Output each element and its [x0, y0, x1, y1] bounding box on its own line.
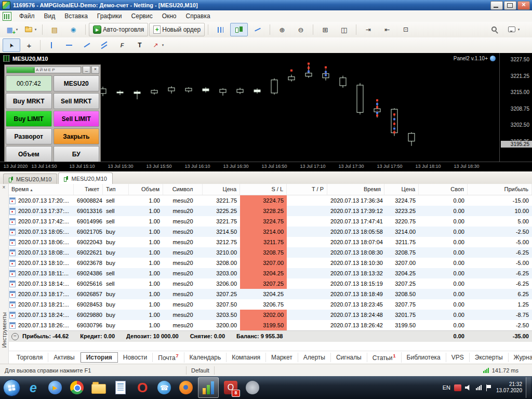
history-row[interactable]: 2020.07.13 18:21:...69028453buy1.00mesu2…	[8, 299, 532, 310]
toolbox-close-button[interactable]: ×	[1, 185, 7, 191]
data-window-button[interactable]	[46, 23, 63, 36]
column-header-open_time[interactable]: Время ▲	[8, 184, 74, 195]
bars-button[interactable]	[211, 23, 229, 36]
chat-button[interactable]: ▾	[504, 23, 522, 36]
tab-journal[interactable]: Журнал	[509, 353, 532, 362]
history-row[interactable]: 2020.07.13 18:14:...69025616sell1.00mesu…	[8, 278, 532, 289]
metatrader-icon[interactable]	[198, 377, 219, 398]
tab-news[interactable]: Новости	[118, 353, 153, 362]
history-row[interactable]: 2020.07.13 18:17:...69026857buy1.00mesu2…	[8, 289, 532, 299]
profiles-button[interactable]: ▾	[21, 23, 39, 36]
opera-icon[interactable]: O	[132, 378, 152, 397]
wordpad-icon[interactable]	[111, 378, 130, 397]
channel-button[interactable]	[96, 38, 113, 52]
new-chart-button[interactable]: ▾	[3, 23, 20, 36]
candles-button[interactable]	[230, 23, 248, 36]
column-header-price[interactable]: Цена	[203, 184, 240, 195]
cascade-windows-button[interactable]	[335, 23, 353, 36]
new-order-button[interactable]: Новый ордер	[149, 23, 205, 36]
crosshair-button[interactable]	[20, 38, 38, 52]
panel-minimize-button[interactable]: _	[83, 66, 90, 74]
cursor-button[interactable]	[3, 38, 20, 52]
dock-left-button[interactable]	[360, 23, 377, 36]
chart-tab[interactable]: MESU20,M10	[3, 174, 57, 184]
close-button[interactable]	[517, 1, 530, 10]
column-header-volume[interactable]: Объем	[129, 184, 163, 195]
menu-view[interactable]: Вид	[39, 11, 60, 21]
tab-signals[interactable]: Сигналы	[331, 353, 367, 362]
tab-trade[interactable]: Торговля	[11, 353, 48, 362]
gray-app-icon[interactable]	[243, 378, 262, 397]
menu-help[interactable]: Справка	[181, 11, 215, 21]
sell-market-button[interactable]: Sell MRKT	[54, 93, 100, 109]
maximize-button[interactable]	[504, 1, 516, 10]
tab-experts[interactable]: Эксперты	[470, 353, 509, 362]
firefox-icon[interactable]	[176, 378, 196, 397]
history-row[interactable]: 2020.07.13 18:11:...69024386sell1.00mesu…	[8, 268, 532, 278]
column-header-profit[interactable]: Прибыль	[468, 184, 532, 195]
zoom-out-button[interactable]	[292, 23, 310, 36]
reverse-button[interactable]: Разворот	[6, 128, 52, 144]
menu-window[interactable]: Окно	[157, 11, 181, 21]
history-row[interactable]: 2020.07.13 18:10:...69023678buy1.00mesu2…	[8, 258, 532, 268]
tab-vps[interactable]: VPS	[446, 353, 470, 362]
history-row[interactable]: 2020.07.13 17:20:...69008824sell1.00mesu…	[8, 195, 532, 206]
tray-app-icon[interactable]	[454, 384, 461, 391]
horizontal-line-button[interactable]	[60, 38, 78, 52]
close-all-button[interactable]: Закрыть	[54, 128, 100, 144]
line-chart-button[interactable]	[249, 23, 267, 36]
sell-limit-button[interactable]: Sell LIMIT	[54, 111, 100, 127]
language-indicator[interactable]: EN	[443, 384, 450, 391]
opera-mail-icon[interactable]: O8	[221, 378, 241, 397]
history-row[interactable]: 2020.07.13 17:37:...69013316sell1.00mesu…	[8, 206, 532, 216]
collapse-icon[interactable]: −	[11, 333, 19, 340]
show-desktop-button[interactable]	[526, 377, 531, 398]
autotrading-button[interactable]: Авто-торговля	[89, 23, 148, 36]
history-row[interactable]: 2020.07.13 18:06:...69022043buy1.00mesu2…	[8, 237, 532, 247]
breakeven-button[interactable]: БУ	[54, 146, 100, 162]
shapes-button[interactable]: ▾	[149, 38, 166, 52]
history-row[interactable]: 2020.07.13 18:05:...69021705buy1.00mesu2…	[8, 227, 532, 237]
toolbox-side-label[interactable]: Инструменты	[1, 312, 7, 348]
navigator-button[interactable]	[64, 23, 82, 36]
clock[interactable]: 21:32 13.07.2020	[496, 381, 522, 394]
menu-insert[interactable]: Вставка	[60, 11, 92, 21]
column-header-close_time[interactable]: Время	[327, 184, 384, 195]
tab-articles[interactable]: Статьи1	[367, 352, 402, 363]
text-label-button[interactable]	[131, 38, 149, 52]
ie-icon[interactable]: e	[23, 378, 43, 397]
tab-history[interactable]: История	[81, 352, 118, 363]
zoom-in-button[interactable]	[273, 23, 291, 36]
explorer-icon[interactable]	[89, 378, 109, 397]
chart-system-menu-icon[interactable]	[3, 12, 11, 21]
menu-tools[interactable]: Сервис	[127, 11, 157, 21]
trendline-button[interactable]	[78, 38, 96, 52]
viber-icon[interactable]: ☎	[154, 378, 174, 397]
column-header-symbol[interactable]: Символ	[163, 184, 203, 195]
tab-assets[interactable]: Активы	[48, 353, 81, 362]
column-header-type[interactable]: Тип	[103, 184, 129, 195]
fullscreen-button[interactable]	[397, 23, 415, 36]
minimize-button[interactable]	[490, 1, 503, 10]
dock-right-button[interactable]	[378, 23, 396, 36]
tab-alerts[interactable]: Алерты	[298, 353, 331, 362]
tab-mailbox[interactable]: Почта7	[153, 352, 184, 363]
column-header-tp[interactable]: T / P	[287, 184, 327, 195]
search-button[interactable]	[486, 23, 503, 36]
column-header-swap[interactable]: Своп	[419, 184, 468, 195]
tile-windows-button[interactable]	[316, 23, 334, 36]
chrome-icon[interactable]	[67, 378, 87, 397]
status-profile[interactable]: Default	[187, 367, 214, 374]
fibonacci-button[interactable]	[113, 38, 131, 52]
history-row[interactable]: 2020.07.13 17:42:...69014996sell1.00mesu…	[8, 216, 532, 227]
history-row[interactable]: 2020.07.13 18:26:...69030796buy1.00mesu2…	[8, 320, 532, 330]
history-row[interactable]: 2020.07.13 18:08:...69022621buy1.00mesu2…	[8, 247, 532, 258]
buy-market-button[interactable]: Buy MRKT	[6, 93, 52, 109]
panel-close-button[interactable]: ×	[91, 66, 99, 74]
column-header-close_price[interactable]: Цена	[384, 184, 419, 195]
timer-countdown[interactable]: 00:07:42	[6, 75, 52, 91]
volume-icon[interactable]	[465, 384, 472, 391]
buy-limit-button[interactable]: Buy LIMIT	[6, 111, 52, 127]
tab-codebase[interactable]: Библиотека	[402, 353, 446, 362]
wmp-icon[interactable]: ▶	[45, 378, 65, 397]
